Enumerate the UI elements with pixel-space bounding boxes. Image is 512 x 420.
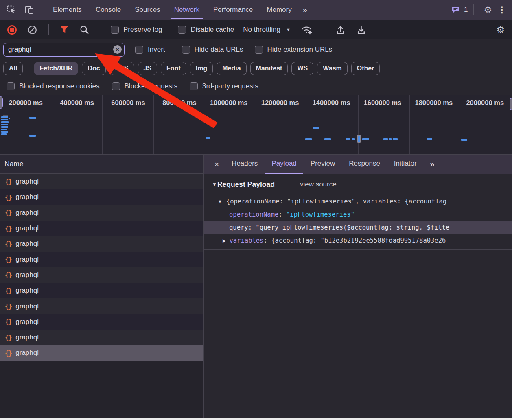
tab-label: Console — [96, 6, 121, 14]
import-har-icon[interactable] — [330, 25, 351, 35]
tab-elements[interactable]: Elements — [46, 0, 89, 20]
settings-gear-icon[interactable]: ⚙ — [479, 5, 496, 15]
payload-row-variables[interactable]: ▶variables: {accountTag: "b12e3b2192ee55… — [204, 234, 512, 247]
waterfall-bar — [1, 119, 8, 120]
throttling-dropdown[interactable]: No throttling ▼ — [243, 26, 291, 34]
name-column-header[interactable]: Name — [0, 155, 203, 174]
inspect-element-icon[interactable] — [7, 5, 16, 15]
tab-initiator[interactable]: Initiator — [388, 155, 423, 174]
tab-payload[interactable]: Payload — [265, 155, 302, 174]
request-row[interactable]: {}graphql — [0, 283, 203, 298]
checkbox[interactable] — [135, 46, 143, 54]
chip-media[interactable]: Media — [217, 62, 246, 75]
network-overview-timeline[interactable]: 200000 ms 400000 ms 600000 ms 800000 ms … — [0, 95, 512, 155]
chip-css[interactable]: CSS — [109, 62, 134, 75]
request-row[interactable]: {}graphql — [0, 189, 203, 205]
payload-row-query-selected[interactable]: query: "query ipFlowTimeseries($accountT… — [204, 221, 512, 234]
timeline-tick: 1600000 ms — [359, 95, 410, 154]
export-har-icon[interactable] — [351, 25, 372, 35]
dropdown-arrow-icon: ▼ — [286, 27, 291, 32]
tab-response[interactable]: Response — [343, 155, 386, 174]
collapsed-icon[interactable]: ▶ — [223, 238, 226, 243]
request-row[interactable]: {}graphql — [0, 252, 203, 267]
tab-performance[interactable]: Performance — [206, 0, 260, 20]
waterfall-bar — [1, 133, 7, 135]
request-row[interactable]: {}graphql — [0, 221, 203, 236]
payload-row-operation-name[interactable]: operationName: "ipFlowTimeseries" — [204, 208, 512, 221]
request-row[interactable]: {}graphql — [0, 174, 203, 189]
tab-headers[interactable]: Headers — [225, 155, 264, 174]
chip-img[interactable]: Img — [190, 62, 213, 75]
close-details-icon[interactable]: × — [210, 160, 224, 169]
filter-funnel-icon[interactable] — [55, 26, 74, 34]
checkbox[interactable] — [112, 82, 120, 90]
json-string-value: "query ipFlowTimeseries($accountTag: str… — [256, 224, 449, 231]
invert-checkbox[interactable]: Invert — [135, 46, 165, 54]
request-row[interactable]: {}graphql — [0, 236, 203, 252]
blocked-response-cookies-checkbox[interactable]: Blocked response cookies — [7, 82, 100, 90]
section-expanded-icon[interactable]: ▼ — [212, 182, 217, 187]
request-row[interactable]: {}graphql — [0, 298, 203, 314]
search-icon[interactable] — [74, 25, 95, 35]
network-conditions-icon[interactable] — [295, 24, 318, 35]
tab-network[interactable]: Network — [167, 0, 206, 20]
chip-wasm[interactable]: Wasm — [317, 62, 348, 75]
third-party-requests-checkbox[interactable]: 3rd-party requests — [190, 82, 258, 90]
record-button[interactable] — [0, 25, 22, 35]
json-icon: {} — [5, 193, 11, 201]
request-row[interactable]: {}graphql — [0, 267, 203, 283]
checkbox[interactable] — [182, 46, 190, 54]
kebab-menu-icon[interactable]: ⋮ — [496, 5, 512, 15]
issues-counter[interactable]: 1 — [451, 5, 468, 15]
request-row[interactable]: {}graphql — [0, 205, 203, 221]
device-toolbar-icon[interactable] — [24, 5, 34, 15]
waterfall-bar — [362, 138, 369, 140]
clear-filter-icon[interactable]: × — [113, 45, 122, 54]
view-source-link[interactable]: view source — [300, 180, 337, 188]
chip-all[interactable]: All — [3, 62, 23, 75]
filter-input[interactable] — [4, 46, 124, 54]
tree-section-divider — [204, 249, 512, 250]
clear-network-log-button[interactable] — [22, 25, 43, 35]
column-header-label: Name — [4, 160, 24, 168]
checkbox[interactable] — [111, 26, 119, 34]
chip-fetch-xhr[interactable]: Fetch/XHR — [34, 62, 78, 75]
tab-preview[interactable]: Preview — [304, 155, 341, 174]
checkbox[interactable] — [190, 82, 198, 90]
tab-label: Network — [174, 6, 199, 14]
chip-doc[interactable]: Doc — [82, 62, 105, 75]
checkbox[interactable] — [7, 82, 15, 90]
preserve-log-checkbox[interactable]: Preserve log — [111, 26, 162, 34]
request-row-selected[interactable]: {}graphql — [0, 345, 203, 361]
tab-memory[interactable]: Memory — [260, 0, 298, 20]
payload-preview-row[interactable]: ▼{operationName: "ipFlowTimeseries", var… — [204, 195, 512, 208]
network-settings-gear-icon[interactable]: ⚙ — [492, 25, 512, 35]
devtools-window: Elements Console Sources Network Perform… — [0, 0, 512, 420]
chip-manifest[interactable]: Manifest — [250, 62, 288, 75]
json-icon: {} — [5, 334, 11, 341]
hide-data-urls-checkbox[interactable]: Hide data URLs — [182, 46, 243, 54]
blocked-requests-checkbox[interactable]: Blocked requests — [112, 82, 177, 90]
tab-sources[interactable]: Sources — [128, 0, 167, 20]
expanded-icon[interactable]: ▼ — [218, 199, 222, 204]
disable-cache-checkbox[interactable]: Disable cache — [178, 26, 234, 34]
request-row[interactable]: {}graphql — [0, 314, 203, 330]
overview-grip-left[interactable] — [0, 96, 3, 109]
more-tabs-icon[interactable]: » — [299, 5, 311, 15]
tab-console[interactable]: Console — [89, 0, 128, 20]
checkbox[interactable] — [255, 46, 263, 54]
hide-extension-urls-checkbox[interactable]: Hide extension URLs — [255, 46, 333, 54]
message-count: 1 — [464, 6, 468, 14]
chip-other[interactable]: Other — [351, 62, 380, 75]
chip-font[interactable]: Font — [161, 62, 186, 75]
waterfall-bar — [324, 138, 331, 140]
chip-ws[interactable]: WS — [291, 62, 313, 75]
waterfall-bar — [1, 121, 9, 123]
overview-grip-right[interactable] — [510, 98, 512, 110]
checkbox[interactable] — [178, 26, 186, 34]
chip-js[interactable]: JS — [138, 62, 158, 75]
tabbar-divider — [473, 4, 474, 15]
request-payload-section[interactable]: ▼ Request Payload view source — [204, 174, 512, 195]
more-details-tabs-icon[interactable]: » — [426, 160, 438, 169]
request-row[interactable]: {}graphql — [0, 330, 203, 345]
